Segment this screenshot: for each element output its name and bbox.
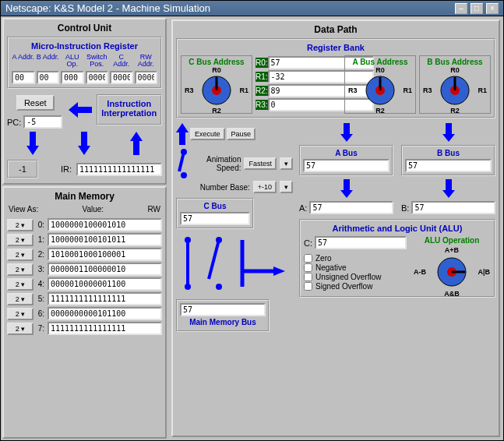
memory-row: 2 ▾6: <box>7 307 162 320</box>
flag-checkbox[interactable] <box>304 273 312 281</box>
mem-value-input[interactable] <box>48 263 162 276</box>
anim-speed-select[interactable]: Fastest <box>244 157 277 170</box>
svg-point-19 <box>185 284 191 290</box>
mir-a-input[interactable] <box>12 71 35 84</box>
mem-value-input[interactable] <box>48 277 162 291</box>
c-bus-dial[interactable]: R0 R1 R2 R3 <box>196 69 238 111</box>
svg-marker-3 <box>130 132 143 155</box>
mir-alu-input[interactable] <box>61 71 84 84</box>
memory-row: 2 ▾1: <box>7 233 162 246</box>
arrow-down-icon <box>78 132 90 155</box>
switch-routing-icon <box>176 232 285 295</box>
svg-marker-28 <box>340 179 353 198</box>
ab-a-input[interactable] <box>309 201 393 214</box>
viewas-label: View As: <box>9 205 38 213</box>
execute-button[interactable]: Execute <box>190 128 225 140</box>
svg-marker-27 <box>442 123 455 142</box>
mir-col-b-label: B Addr. <box>37 54 60 71</box>
pause-button[interactable]: Pause <box>227 128 256 140</box>
memory-row: 2 ▾4: <box>7 277 162 291</box>
mir-sw-input[interactable] <box>86 71 109 84</box>
close-button[interactable]: × <box>486 3 499 14</box>
svg-line-21 <box>209 240 219 279</box>
mem-base-button[interactable]: 2 ▾ <box>7 219 33 231</box>
flag-checkbox[interactable] <box>304 254 312 263</box>
control-unit-panel: Control Unit Micro-Instruction Register … <box>2 18 167 185</box>
svg-marker-29 <box>442 179 455 198</box>
alu-flag: Zero <box>304 254 407 263</box>
mir-b-input[interactable] <box>37 71 60 84</box>
mir-rw-input[interactable] <box>135 71 158 84</box>
b-bus-label: B Bus <box>405 149 492 157</box>
svg-marker-25 <box>273 266 285 276</box>
mem-value-input[interactable] <box>48 322 162 335</box>
alu-box: Arithmetic and Logic Unit (ALU) C: ZeroN… <box>299 219 495 298</box>
alu-flag: Negative <box>304 263 407 272</box>
mem-index: 2: <box>37 250 44 259</box>
control-unit-title: Control Unit <box>7 23 162 34</box>
ir-input[interactable] <box>76 163 162 176</box>
mem-index: 0: <box>37 220 44 229</box>
a-bus-addr-label: A Bus Address <box>347 58 414 66</box>
arrow-up-icon <box>130 132 143 155</box>
mem-base-button[interactable]: 2 ▾ <box>7 234 33 246</box>
mem-base-button[interactable]: 2 ▾ <box>7 263 33 276</box>
ab-b-label: B: <box>401 203 409 213</box>
c-bus-address: C Bus Address R0 R1 R2 R3 <box>181 55 252 114</box>
titlebar: Netscape: K&S Model 2 - Machine Simulati… <box>1 1 503 16</box>
mm-bus-input[interactable] <box>180 303 266 316</box>
arrow-down-icon <box>442 179 455 198</box>
mem-value-input[interactable] <box>48 307 162 320</box>
restore-button[interactable]: □ <box>471 3 483 14</box>
ab-b-input[interactable] <box>411 201 495 214</box>
mem-value-input[interactable] <box>48 292 162 305</box>
svg-marker-13 <box>176 123 189 145</box>
a-bus-dial[interactable]: R0 R1 R2 R3 <box>359 69 401 111</box>
mem-value-input[interactable] <box>48 248 162 261</box>
flag-checkbox[interactable] <box>304 282 312 291</box>
rw-label: RW <box>148 205 160 213</box>
mir-col-rw-label: RW Addr. <box>135 54 158 71</box>
alu-flag: Unsigned Overflow <box>304 273 407 281</box>
number-base-select[interactable]: +-10 <box>253 181 277 193</box>
mem-value-input[interactable] <box>48 233 162 246</box>
flag-label: Zero <box>315 254 332 263</box>
memory-row: 2 ▾7: <box>7 322 162 335</box>
register-bank-title: Register Bank <box>181 43 491 52</box>
c-bus-label: C Bus <box>180 202 250 210</box>
mir-c-input[interactable] <box>110 71 133 84</box>
minimize-button[interactable]: – <box>455 3 467 14</box>
mem-base-button[interactable]: 2 ▾ <box>7 308 33 320</box>
mir-title: Micro-Instruction Register <box>12 41 157 51</box>
window-title: Netscape: K&S Model 2 - Machine Simulati… <box>5 2 210 14</box>
svg-line-15 <box>179 152 184 171</box>
mem-base-button[interactable]: 2 ▾ <box>7 293 33 305</box>
a-bus-input[interactable] <box>303 159 389 172</box>
b-bus-dial[interactable]: R0 R1 R2 R3 <box>434 69 476 111</box>
ir-label: IR: <box>61 164 72 174</box>
mem-base-button[interactable]: 2 ▾ <box>7 249 33 261</box>
switch-icon <box>176 148 192 179</box>
b-bus-input[interactable] <box>405 159 492 172</box>
memory-row: 2 ▾0: <box>7 218 162 231</box>
mem-value-input[interactable] <box>48 218 162 231</box>
mir-col-c-label: C Addr. <box>110 54 133 71</box>
a-bus-address: A Bus Address R0 R1 R2 R3 <box>344 55 416 114</box>
pc-input[interactable] <box>23 115 62 129</box>
alu-c-input[interactable] <box>315 236 407 249</box>
anim-speed-arrow[interactable]: ▾ <box>280 157 293 170</box>
instruction-interpretation-label: Instruction Interpretation <box>101 99 158 118</box>
svg-marker-2 <box>78 132 90 155</box>
arrow-up-icon <box>176 123 189 145</box>
mm-bus-box: Main Memory Bus <box>176 299 270 332</box>
mem-base-button[interactable]: 2 ▾ <box>7 323 33 335</box>
flag-checkbox[interactable] <box>304 263 312 272</box>
alu-op-dial[interactable]: A+B A|B A&B A-B <box>431 251 473 293</box>
reset-button[interactable]: Reset <box>16 95 55 111</box>
flag-label: Unsigned Overflow <box>315 273 381 281</box>
c-bus-input[interactable] <box>180 212 250 225</box>
register-values: R0: R1: R2: R3: <box>256 55 341 114</box>
mem-base-button[interactable]: 2 ▾ <box>7 278 33 291</box>
number-base-arrow[interactable]: ▾ <box>280 181 293 193</box>
mir-fieldset: Micro-Instruction Register A Addr. B Add… <box>7 37 162 89</box>
